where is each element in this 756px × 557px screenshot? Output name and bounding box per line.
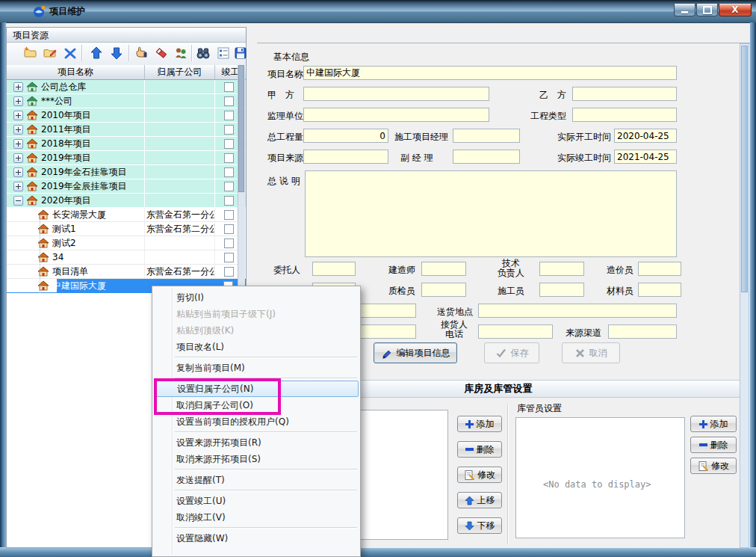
checklist-icon[interactable] — [216, 46, 231, 61]
menu-item-unset-source-project[interactable]: 取消来源开拓项目(S) — [152, 451, 360, 467]
total-quantity-input[interactable] — [303, 129, 388, 143]
title-bar[interactable]: 项目维护 X — [0, 0, 756, 23]
supervisor-input[interactable] — [303, 108, 489, 122]
menu-item-set-completed[interactable]: 设置竣工(U) — [152, 493, 360, 509]
keeper-modify-button[interactable]: 修改 — [690, 458, 737, 474]
construction-manager-input[interactable] — [453, 129, 520, 143]
receiver-phone-input[interactable] — [478, 324, 553, 339]
warehouse-modify-button[interactable]: 修改 — [457, 467, 502, 483]
warehouse-move-down-button[interactable]: 下移 — [457, 517, 502, 534]
expand-icon[interactable] — [13, 96, 23, 106]
menu-item-paste-as-child[interactable]: 粘贴到当前项目子级下(J) — [152, 306, 360, 322]
keeper-add-button[interactable]: 添加 — [690, 416, 737, 432]
expand-icon[interactable] — [13, 139, 23, 149]
material-officer-input[interactable] — [638, 283, 681, 297]
tree-row[interactable]: 2019年金石挂靠项目 — [7, 165, 246, 179]
tree-row[interactable]: 长安湖景大厦 东营金石第一分公 — [7, 208, 246, 222]
menu-item-cut[interactable]: 剪切(I) — [152, 289, 360, 306]
source-channel-input[interactable] — [608, 324, 677, 339]
move-down-icon[interactable] — [109, 46, 124, 61]
expand-icon[interactable] — [13, 182, 23, 191]
eraser-icon[interactable] — [154, 46, 169, 61]
cost-estimator-input[interactable] — [638, 262, 681, 276]
delivery-place-input[interactable] — [478, 304, 677, 318]
expand-icon[interactable] — [13, 125, 23, 135]
done-checkbox[interactable] — [224, 139, 234, 149]
scrollbar-thumb[interactable] — [238, 65, 244, 192]
save-button[interactable]: 保存 — [484, 342, 539, 363]
search-icon[interactable] — [196, 46, 211, 61]
tree-row[interactable]: 2019年金辰挂靠项目 — [7, 179, 246, 194]
tech-lead-input[interactable] — [539, 262, 584, 276]
done-checkbox[interactable] — [224, 182, 234, 191]
menu-item-unset-completed[interactable]: 取消竣工(V) — [152, 509, 360, 526]
done-checkbox[interactable] — [224, 111, 234, 120]
delete-icon[interactable] — [63, 46, 78, 61]
quality-officer-input[interactable] — [421, 283, 466, 297]
tree-row[interactable]: 测试2 — [7, 236, 246, 250]
deputy-manager-input[interactable] — [453, 150, 520, 164]
tree-row[interactable]: 2011年项目 — [7, 123, 246, 137]
done-checkbox[interactable] — [224, 196, 234, 206]
done-checkbox[interactable] — [224, 167, 234, 177]
done-checkbox[interactable] — [224, 153, 234, 163]
project-source-input[interactable] — [303, 150, 388, 164]
warehouse-delete-button[interactable]: 删除 — [457, 441, 502, 458]
done-checkbox[interactable] — [224, 96, 234, 106]
actual-start-input[interactable] — [614, 129, 677, 143]
select-hand-icon[interactable] — [134, 46, 149, 61]
tree-row[interactable]: 2018年项目 — [7, 137, 246, 151]
users-icon[interactable] — [173, 46, 188, 61]
save-icon[interactable] — [233, 46, 248, 61]
move-up-icon[interactable] — [89, 46, 104, 61]
close-button[interactable]: X — [719, 4, 752, 16]
tree-row[interactable]: ***公司 — [7, 94, 246, 108]
party-b-input[interactable] — [572, 87, 677, 101]
done-checkbox[interactable] — [224, 125, 234, 135]
column-header-company[interactable]: 归属子公司 — [144, 65, 214, 79]
done-checkbox[interactable] — [224, 239, 234, 248]
party-a-input[interactable] — [303, 87, 489, 101]
warehouse-move-up-button[interactable]: 上移 — [457, 492, 502, 508]
tree-row[interactable]: 测试1 东营金石第二分公 — [7, 222, 246, 236]
done-checkbox[interactable] — [224, 82, 234, 92]
project-name-input[interactable] — [303, 66, 677, 80]
done-checkbox[interactable] — [224, 210, 234, 220]
summary-textarea[interactable] — [305, 170, 677, 257]
done-checkbox[interactable] — [224, 253, 234, 262]
menu-item-rename[interactable]: 项目改名(L) — [152, 339, 360, 355]
done-checkbox[interactable] — [224, 224, 234, 234]
menu-item-copy-project[interactable]: 复制当前项目(M) — [152, 360, 360, 376]
expand-icon[interactable] — [13, 153, 23, 163]
edit-project-button[interactable]: 编辑项目信息 — [374, 342, 457, 363]
expand-icon[interactable] — [13, 82, 23, 92]
tree-row[interactable]: 公司总仓库 — [7, 80, 246, 94]
minimize-button[interactable] — [674, 4, 695, 16]
expand-icon[interactable] — [13, 167, 23, 177]
tree-row[interactable]: 34 — [7, 250, 246, 265]
actual-finish-input[interactable] — [614, 150, 677, 164]
menu-item-send-reminder[interactable]: 发送提醒(T) — [152, 472, 360, 488]
keeper-delete-button[interactable]: 删除 — [690, 437, 737, 453]
menu-item-set-source-project[interactable]: 设置来源开拓项目(R) — [152, 434, 360, 451]
maximize-button[interactable] — [696, 4, 718, 16]
builder-input[interactable] — [421, 262, 466, 276]
done-checkbox[interactable] — [224, 267, 234, 277]
client-input[interactable] — [312, 262, 356, 276]
collapse-icon[interactable] — [13, 196, 23, 206]
edit-folder-icon[interactable] — [43, 46, 58, 61]
construction-officer-input[interactable] — [539, 283, 584, 297]
tree-row[interactable]: 项目清单 东营金石第一分公 — [7, 265, 246, 279]
tree-row-expanded[interactable]: 2020年项目 — [7, 194, 246, 208]
cancel-button[interactable]: 取消 — [562, 342, 620, 363]
project-type-input[interactable] — [572, 108, 677, 122]
expand-icon[interactable] — [13, 111, 23, 120]
tree-row[interactable]: 2019年项目 — [7, 151, 246, 165]
column-header-name[interactable]: 项目名称 — [7, 65, 144, 79]
scrollbar-thumb[interactable] — [741, 46, 748, 292]
keeper-grid[interactable] — [515, 417, 685, 538]
page-scrollbar[interactable] — [740, 43, 749, 548]
menu-item-set-hidden[interactable]: 设置隐藏(W) — [152, 530, 360, 547]
menu-item-paste-top-level[interactable]: 粘贴到顶级(K) — [152, 322, 360, 339]
tree-row[interactable]: 2010年项目 — [7, 108, 246, 123]
